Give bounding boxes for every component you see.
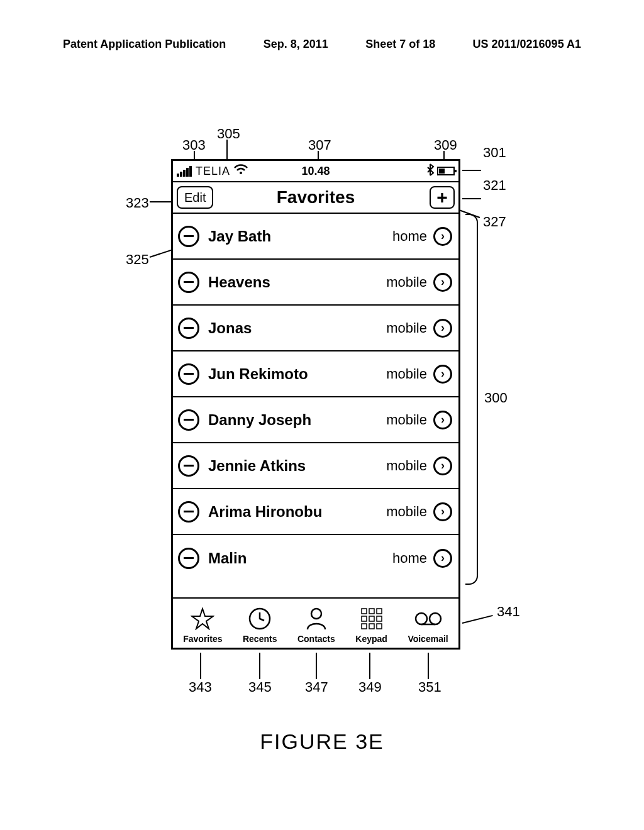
phone-type: mobile [386, 320, 427, 336]
carrier-label: TELIA [196, 165, 230, 178]
ref-341: 341 [497, 604, 520, 620]
add-button[interactable]: + [430, 186, 455, 209]
tab-label: Keypad [355, 634, 387, 644]
list-item[interactable]: Jennie Atkins mobile › [173, 443, 458, 489]
svg-rect-9 [362, 624, 367, 629]
svg-rect-7 [369, 616, 374, 621]
bluetooth-icon [426, 163, 435, 179]
status-bar: TELIA 10.48 [173, 161, 458, 182]
detail-disclosure-icon[interactable]: › [433, 502, 452, 521]
wifi-icon [234, 164, 248, 179]
list-item[interactable]: Jay Bath home › [173, 214, 458, 260]
detail-disclosure-icon[interactable]: › [433, 273, 452, 292]
delete-icon[interactable] [178, 363, 199, 385]
person-icon [306, 606, 327, 631]
lead-321 [462, 198, 481, 199]
contact-name: Malin [208, 550, 392, 567]
ref-345: 345 [248, 679, 272, 695]
svg-point-13 [430, 613, 441, 624]
svg-point-12 [416, 613, 427, 624]
svg-rect-10 [369, 624, 374, 629]
ref-307: 307 [308, 137, 331, 153]
ref-305: 305 [217, 126, 240, 142]
detail-disclosure-icon[interactable]: › [433, 456, 452, 475]
delete-icon[interactable] [178, 409, 199, 431]
tab-label: Voicemail [408, 634, 448, 644]
phone-type: mobile [386, 412, 427, 428]
delete-icon[interactable] [178, 272, 199, 293]
tab-voicemail[interactable]: Voicemail [408, 606, 448, 644]
tab-bar: Favorites Recents Contacts [173, 597, 458, 648]
contact-name: Heavens [208, 274, 386, 291]
header-pubno: US 2011/0216095 A1 [473, 38, 581, 51]
clock: 10.48 [301, 165, 330, 178]
svg-rect-8 [377, 616, 382, 621]
header-sheet: Sheet 7 of 18 [365, 38, 435, 51]
ref-343: 343 [189, 679, 212, 695]
lead-341 [462, 615, 493, 624]
tab-recents[interactable]: Recents [243, 606, 277, 644]
ref-327: 327 [483, 214, 506, 230]
phone-type: home [392, 550, 427, 567]
ref-323: 323 [126, 195, 149, 211]
tab-label: Recents [243, 634, 277, 644]
contact-name: Jay Bath [208, 228, 392, 245]
clock-icon [248, 606, 272, 631]
tab-label: Contacts [297, 634, 335, 644]
list-item[interactable]: Arima Hironobu mobile › [173, 489, 458, 535]
brace-300 [465, 214, 478, 585]
lead-345 [259, 653, 260, 679]
phone-type: mobile [386, 274, 427, 290]
phone-type: mobile [386, 366, 427, 382]
list-item[interactable]: Danny Joseph mobile › [173, 397, 458, 443]
tab-favorites[interactable]: Favorites [183, 606, 222, 644]
detail-disclosure-icon[interactable]: › [433, 227, 452, 246]
tab-contacts[interactable]: Contacts [297, 606, 335, 644]
tab-keypad[interactable]: Keypad [355, 606, 387, 644]
voicemail-icon [414, 606, 442, 631]
detail-disclosure-icon[interactable]: › [433, 411, 452, 429]
edit-button[interactable]: Edit [177, 186, 213, 209]
ref-349: 349 [358, 679, 382, 695]
svg-point-0 [240, 172, 242, 174]
delete-icon[interactable] [178, 318, 199, 339]
phone-type: home [392, 228, 427, 245]
detail-disclosure-icon[interactable]: › [433, 365, 452, 384]
phone-type: mobile [386, 458, 427, 474]
header-left: Patent Application Publication [63, 38, 226, 51]
page-title: Favorites [277, 187, 355, 208]
svg-rect-11 [377, 624, 382, 629]
keypad-icon [360, 606, 383, 631]
favorites-list: Jay Bath home › Heavens mobile › Jonas m… [173, 214, 458, 581]
ref-347: 347 [305, 679, 328, 695]
ref-351: 351 [418, 679, 441, 695]
delete-icon[interactable] [178, 548, 199, 569]
contact-name: Jonas [208, 319, 386, 337]
contact-name: Arima Hironobu [208, 503, 386, 521]
star-icon [191, 606, 214, 631]
svg-rect-3 [362, 609, 367, 614]
list-item[interactable]: Malin home › [173, 535, 458, 581]
contact-name: Jun Rekimoto [208, 365, 386, 383]
svg-point-2 [311, 609, 321, 619]
ref-309: 309 [434, 137, 457, 153]
ref-301: 301 [483, 145, 506, 161]
svg-rect-5 [377, 609, 382, 614]
list-item[interactable]: Heavens mobile › [173, 260, 458, 306]
delete-icon[interactable] [178, 226, 199, 247]
detail-disclosure-icon[interactable]: › [433, 319, 452, 338]
nav-bar: Edit Favorites + [173, 182, 458, 214]
contact-name: Danny Joseph [208, 411, 386, 429]
list-item[interactable]: Jonas mobile › [173, 306, 458, 351]
page-header: Patent Application Publication Sep. 8, 2… [0, 38, 644, 51]
phone-frame: TELIA 10.48 Edit Favorites + Jay Bath ho… [171, 159, 460, 650]
delete-icon[interactable] [178, 455, 199, 477]
lead-351 [428, 653, 429, 679]
detail-disclosure-icon[interactable]: › [433, 549, 452, 568]
list-item[interactable]: Jun Rekimoto mobile › [173, 351, 458, 397]
svg-rect-4 [369, 609, 374, 614]
delete-icon[interactable] [178, 501, 199, 523]
lead-343 [200, 653, 201, 679]
contact-name: Jennie Atkins [208, 457, 386, 475]
signal-icon [177, 166, 192, 177]
